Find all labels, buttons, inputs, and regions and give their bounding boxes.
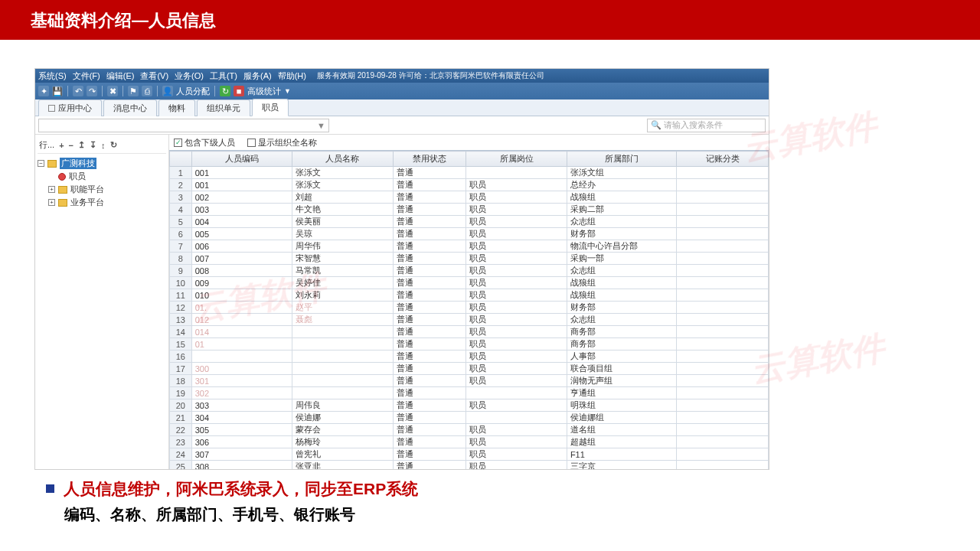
col-rownum[interactable] xyxy=(170,152,192,167)
table-row[interactable]: 1201.赵平普通职员财务部 xyxy=(170,302,769,314)
cell-dept: 侯迪娜组 xyxy=(567,412,676,424)
refresh-icon[interactable]: ↻ xyxy=(220,86,230,96)
cell-rownum: 16 xyxy=(170,350,192,363)
cell-class xyxy=(677,338,769,350)
menu-edit[interactable]: 编辑(E) xyxy=(106,70,135,82)
search-input[interactable]: 🔍 请输入搜索条件 xyxy=(647,119,766,132)
tree-add-icon[interactable]: + xyxy=(59,141,64,150)
cell-dept: 超越组 xyxy=(567,436,676,448)
table-row[interactable]: 9008马常凯普通职员众志组 xyxy=(170,265,769,277)
table-row[interactable]: 7006周华伟普通职员物流中心许昌分部 xyxy=(170,240,769,253)
cell-status: 普通 xyxy=(393,302,466,314)
dropdown-icon[interactable]: ▼ xyxy=(284,87,291,95)
user-icon[interactable]: 👤 xyxy=(162,86,173,96)
tree-node-functional[interactable]: +职能平台 xyxy=(38,183,166,196)
cell-class xyxy=(677,265,769,277)
cell-status: 普通 xyxy=(393,461,466,470)
table-row[interactable]: 17300普通职员联合项目组 xyxy=(170,363,769,375)
cell-code: 306 xyxy=(191,436,292,448)
menu-service[interactable]: 服务(A) xyxy=(243,70,272,82)
table-row[interactable]: 19302普通亨通组 xyxy=(170,387,769,399)
table-row[interactable]: 18301普通职员润物无声组 xyxy=(170,375,769,387)
stop-icon[interactable]: ■ xyxy=(234,86,244,96)
delete-icon[interactable]: ✖ xyxy=(107,86,118,96)
tree-node-employee[interactable]: 职员 xyxy=(38,170,166,183)
col-dept[interactable]: 所属部门 xyxy=(567,152,676,167)
cell-code: 012 xyxy=(191,314,292,326)
cell-status: 普通 xyxy=(393,167,466,179)
menu-business[interactable]: 业务(O) xyxy=(175,70,204,82)
table-row[interactable]: 22305蒙存会普通职员道名组 xyxy=(170,424,769,436)
col-code[interactable]: 人员编码 xyxy=(191,152,292,167)
table-row[interactable]: 20303周伟良普通职员明珠组 xyxy=(170,399,769,412)
menu-help[interactable]: 帮助(H) xyxy=(278,70,306,82)
table-row[interactable]: 23306杨梅玲普通职员超越组 xyxy=(170,436,769,448)
cell-rownum: 7 xyxy=(170,240,192,253)
tab-material[interactable]: 物料 xyxy=(158,99,195,116)
tab-employee[interactable]: 职员 xyxy=(252,99,289,116)
tab-app-center[interactable]: 应用中心 xyxy=(38,99,102,116)
table-row[interactable]: 5004侯美丽普通职员众志组 xyxy=(170,216,769,228)
cell-dept: 财务部 xyxy=(567,228,676,240)
menu-file[interactable]: 文件(F) xyxy=(73,70,100,82)
tab-message-center[interactable]: 消息中心 xyxy=(103,99,157,116)
cell-name: 刘超 xyxy=(292,191,394,204)
print-icon[interactable]: ⎙ xyxy=(142,86,152,96)
filter-dropdown[interactable]: ▼ xyxy=(38,119,329,132)
menu-system[interactable]: 系统(S) xyxy=(38,70,67,82)
tree-header-label[interactable]: 行... xyxy=(39,139,54,151)
tree-up-icon[interactable]: ↥ xyxy=(78,140,85,150)
col-post[interactable]: 所属岗位 xyxy=(466,152,567,167)
cell-post: 职员 xyxy=(466,399,567,412)
menu-view[interactable]: 查看(V) xyxy=(140,70,168,82)
tree-root[interactable]: −广测科技 xyxy=(38,157,166,170)
flag-icon[interactable]: ⚑ xyxy=(128,86,139,96)
menu-tools[interactable]: 工具(T) xyxy=(210,70,237,82)
table-row[interactable]: 1001张泺文普通张泺文组 xyxy=(170,167,769,179)
undo-icon[interactable]: ↶ xyxy=(73,86,83,96)
col-status[interactable]: 禁用状态 xyxy=(393,152,466,167)
table-row[interactable]: 6005吴琼普通职员财务部 xyxy=(170,228,769,240)
cell-class xyxy=(677,204,769,216)
table-row[interactable]: 14014普通职员商务部 xyxy=(170,326,769,338)
cell-post: 职员 xyxy=(466,375,567,387)
cell-rownum: 2 xyxy=(170,179,192,191)
stats-button[interactable]: 高级统计 xyxy=(247,86,281,97)
table-row[interactable]: 13012聂彪普通职员众志组 xyxy=(170,314,769,326)
cell-dept: 亨通组 xyxy=(567,387,676,399)
table-row[interactable]: 3002刘超普通职员战狼组 xyxy=(170,191,769,204)
cell-code: 002 xyxy=(191,191,292,204)
tree-branch-icon[interactable]: ↕ xyxy=(101,141,106,150)
checkbox-show-fullname[interactable]: 显示组织全名称 xyxy=(247,137,317,148)
cell-code: 302 xyxy=(191,387,292,399)
col-name[interactable]: 人员名称 xyxy=(292,152,394,167)
table-row[interactable]: 1501普通职员商务部 xyxy=(170,338,769,350)
col-class[interactable]: 记账分类 xyxy=(677,152,769,167)
tree-node-business[interactable]: +业务平台 xyxy=(38,196,166,209)
redo-icon[interactable]: ↷ xyxy=(87,86,97,96)
cell-post: 职员 xyxy=(466,314,567,326)
tree-remove-icon[interactable]: − xyxy=(69,141,74,150)
cell-post: 职员 xyxy=(466,216,567,228)
tree-refresh-icon[interactable]: ↻ xyxy=(110,140,117,150)
new-icon[interactable]: ✦ xyxy=(38,86,49,96)
cell-code: 010 xyxy=(191,289,292,302)
cell-status: 普通 xyxy=(393,289,466,302)
cell-rownum: 6 xyxy=(170,228,192,240)
grid-scroll[interactable]: 人员编码 人员名称 禁用状态 所属岗位 所属部门 记账分类 1001张泺文普通张… xyxy=(169,150,769,469)
table-row[interactable]: 21304侯迪娜普通侯迪娜组 xyxy=(170,412,769,424)
table-row[interactable]: 25308张亚非普通职员三字京 xyxy=(170,461,769,470)
save-icon[interactable]: 💾 xyxy=(52,86,63,96)
table-row[interactable]: 24307曾宪礼普通职员F11 xyxy=(170,448,769,461)
table-row[interactable]: 4003牛文艳普通职员采购二部 xyxy=(170,204,769,216)
table-row[interactable]: 10009吴婷佳普通职员战狼组 xyxy=(170,277,769,289)
tree-down-icon[interactable]: ↧ xyxy=(90,140,96,150)
checkbox-include-sub[interactable]: ✓包含下级人员 xyxy=(174,137,235,148)
table-row[interactable]: 8007宋智慧普通职员采购一部 xyxy=(170,253,769,265)
cell-name: 刘永莉 xyxy=(292,289,394,302)
tab-org-unit[interactable]: 组织单元 xyxy=(197,99,250,116)
table-row[interactable]: 2001张泺文普通职员总经办 xyxy=(170,179,769,191)
allocate-button[interactable]: 人员分配 xyxy=(176,86,210,97)
table-row[interactable]: 11010刘永莉普通职员战狼组 xyxy=(170,289,769,302)
table-row[interactable]: 16普通职员人事部 xyxy=(170,350,769,363)
